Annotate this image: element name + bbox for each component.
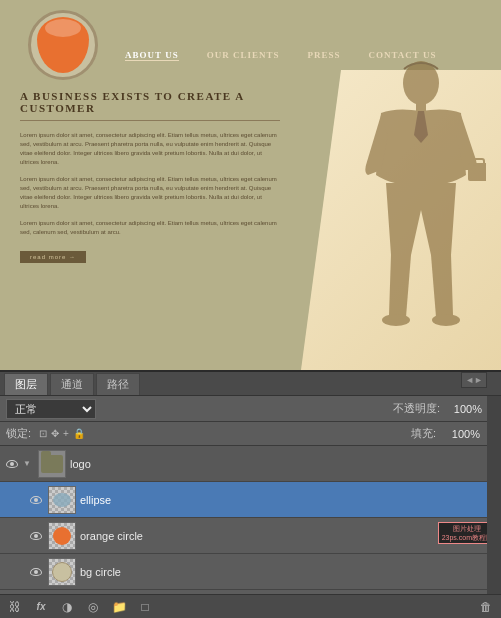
adjustment-icon[interactable]: ◎	[84, 598, 102, 616]
tab-channels[interactable]: 通道	[50, 373, 94, 395]
layers-scrollbar[interactable]	[487, 396, 501, 594]
eye-ellipse[interactable]	[28, 492, 44, 508]
layer-logo-group[interactable]: ▼ logo	[0, 446, 501, 482]
content-area: A BUSINESS EXISTS TO CREATE A CUSTOMER L…	[20, 90, 280, 263]
lock-fill-row: 锁定: ⊡ ✥ + 🔒 填充: 100% ▶	[0, 422, 501, 446]
mask-icon[interactable]: ◑	[58, 598, 76, 616]
lock-icon-plus[interactable]: +	[63, 428, 69, 439]
layer-bg-circle[interactable]: bg circle	[0, 554, 501, 590]
nav-clients[interactable]: OUR CLIENTS	[207, 50, 280, 60]
read-more-button[interactable]: read more →	[20, 251, 86, 263]
website-preview: HOME ABOUT US OUR CLIENTS PRESS CONTACT …	[0, 0, 501, 370]
blend-mode-select[interactable]: 正常	[6, 399, 96, 419]
eye-orange-circle[interactable]	[28, 528, 44, 544]
eye-icon-logo	[6, 460, 18, 468]
fill-value: 100%	[444, 428, 480, 440]
lock-label: 锁定:	[6, 426, 31, 441]
layer-ellipse[interactable]: ellipse	[0, 482, 501, 518]
man-illustration	[356, 55, 486, 345]
svg-point-5	[432, 314, 460, 326]
eye-bg-circle[interactable]	[28, 564, 44, 580]
layer-name-ellipse: ellipse	[80, 494, 497, 506]
lock-icons: ⊡ ✥ + 🔒	[39, 428, 85, 439]
eye-icon-bg	[30, 568, 42, 576]
nav-press[interactable]: PRESS	[307, 50, 340, 60]
photoshop-layers-panel: ◄► 图层 通道 路径 正常 不透明度: 100% ▶ 锁定: ⊡ ✥ + 🔒 …	[0, 370, 501, 618]
group-icon[interactable]: 📁	[110, 598, 128, 616]
layer-orange-circle[interactable]: orange circle 图片处理23ps.com教程网	[0, 518, 501, 554]
layers-list: ▼ logo ellipse orange circle	[0, 446, 501, 594]
lock-icon-move[interactable]: ✥	[51, 428, 59, 439]
thumb-bg-circle	[48, 558, 76, 586]
fx-icon[interactable]: fx	[32, 598, 50, 616]
logo-area	[28, 10, 98, 80]
layers-bottom-toolbar: ⛓ fx ◑ ◎ 📁 □ 🗑	[0, 594, 501, 618]
new-layer-icon[interactable]: □	[136, 598, 154, 616]
nav-about[interactable]: ABOUT US	[125, 50, 179, 61]
panel-tabs: 图层 通道 路径	[0, 372, 501, 396]
blend-opacity-row: 正常 不透明度: 100% ▶	[0, 396, 501, 422]
tab-layers[interactable]: 图层	[4, 373, 48, 395]
fill-label: 填充:	[411, 426, 436, 441]
lock-icon-dotted[interactable]: ⊡	[39, 428, 47, 439]
nav-contact[interactable]: CONTACT US	[368, 50, 436, 60]
opacity-value: 100%	[446, 403, 482, 415]
expand-logo[interactable]: ▼	[20, 457, 34, 471]
layer-name-logo: logo	[70, 458, 497, 470]
content-title: A BUSINESS EXISTS TO CREATE A CUSTOMER	[20, 90, 280, 121]
opacity-label: 不透明度:	[393, 401, 440, 416]
delete-layer-icon[interactable]: 🗑	[477, 598, 495, 616]
tab-paths[interactable]: 路径	[96, 373, 140, 395]
panel-collapse-arrows[interactable]: ◄►	[461, 372, 487, 388]
layer-name-orange-circle: orange circle	[80, 530, 497, 542]
eye-icon-ellipse	[30, 496, 42, 504]
svg-point-4	[382, 314, 410, 326]
folder-icon-logo	[41, 455, 63, 473]
thumb-ellipse	[48, 486, 76, 514]
content-paragraph2: Lorem ipsum dolor sit amet, consectetur …	[20, 175, 280, 211]
lock-icon-lock[interactable]: 🔒	[73, 428, 85, 439]
logo-inner-circle	[37, 17, 89, 73]
layer-name-bg-circle: bg circle	[80, 566, 497, 578]
man-svg	[356, 55, 486, 345]
eye-logo[interactable]	[4, 456, 20, 472]
thumb-orange-circle	[48, 522, 76, 550]
thumb-logo	[38, 450, 66, 478]
logo-outer-circle	[28, 10, 98, 80]
content-paragraph1: Lorem ipsum dolor sit amet, consectetur …	[20, 131, 280, 167]
content-paragraph3: Lorem ipsum dolor sit amet, consectetur …	[20, 219, 280, 237]
link-layers-icon[interactable]: ⛓	[6, 598, 24, 616]
eye-icon-orange	[30, 532, 42, 540]
